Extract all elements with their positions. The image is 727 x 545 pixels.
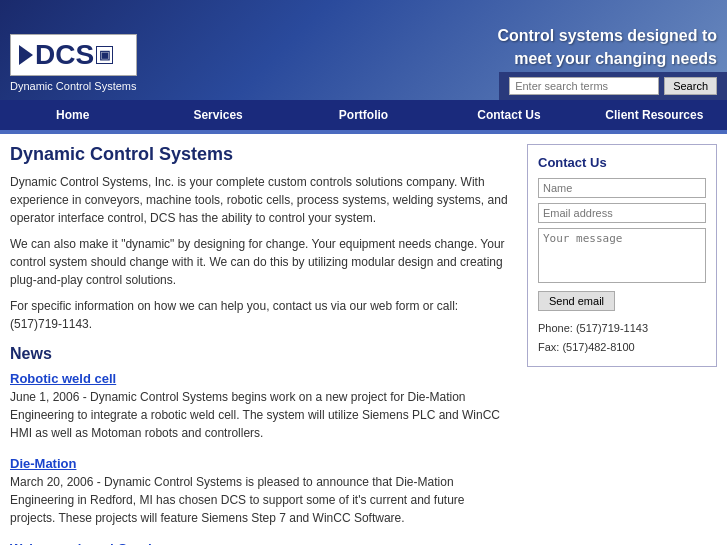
nav-item-services[interactable]: Services [145, 100, 290, 130]
send-email-button[interactable]: Send email [538, 291, 615, 311]
intro-para-2: We can also make it "dynamic" by designi… [10, 235, 512, 289]
news-text-2: March 20, 2006 - Dynamic Control Systems… [10, 473, 512, 527]
header: DCS ▣ Dynamic Control Systems Control sy… [0, 0, 727, 100]
fax-label: Fax: (517)482-8100 [538, 338, 706, 357]
nav-item-client-resources[interactable]: Client Resources [582, 100, 727, 130]
news-link-3[interactable]: Welcome aboard Greg! [10, 541, 512, 545]
logo-arrow-icon [19, 45, 33, 65]
content: Dynamic Control Systems Dynamic Control … [10, 144, 512, 545]
news-item-3: Welcome aboard Greg! November 28, 2005 -… [10, 541, 512, 545]
nav: Home Services Portfolio Contact Us Clien… [0, 100, 727, 130]
contact-phone: Phone: (517)719-1143 Fax: (517)482-8100 [538, 319, 706, 356]
contact-email-input[interactable] [538, 203, 706, 223]
tagline-line1: Control systems designed to [497, 27, 717, 44]
tagline-line2: meet your changing needs [514, 50, 717, 67]
contact-name-input[interactable] [538, 178, 706, 198]
search-input[interactable] [509, 77, 659, 95]
news-link-1[interactable]: Robotic weld cell [10, 371, 512, 386]
news-link-2[interactable]: Die-Mation [10, 456, 512, 471]
news-item-1: Robotic weld cell June 1, 2006 - Dynamic… [10, 371, 512, 442]
nav-item-contact[interactable]: Contact Us [436, 100, 581, 130]
logo-dcs-text: DCS [35, 39, 94, 71]
contact-heading: Contact Us [538, 155, 706, 170]
main: Dynamic Control Systems Dynamic Control … [0, 134, 727, 545]
news-text-1: June 1, 2006 - Dynamic Control Systems b… [10, 388, 512, 442]
page-title: Dynamic Control Systems [10, 144, 512, 165]
logo-box: DCS ▣ [10, 34, 137, 76]
phone-label: Phone: (517)719-1143 [538, 319, 706, 338]
logo-subtitle: Dynamic Control Systems [10, 80, 137, 92]
intro-para-3: For specific information on how we can h… [10, 297, 512, 333]
search-button[interactable]: Search [664, 77, 717, 95]
logo-icon: ▣ [96, 46, 113, 64]
news-item-2: Die-Mation March 20, 2006 - Dynamic Cont… [10, 456, 512, 527]
nav-item-portfolio[interactable]: Portfolio [291, 100, 436, 130]
nav-item-home[interactable]: Home [0, 100, 145, 130]
news-heading: News [10, 345, 512, 363]
intro-para-1: Dynamic Control Systems, Inc. is your co… [10, 173, 512, 227]
logo: DCS ▣ [19, 39, 113, 71]
sidebar: Contact Us Send email Phone: (517)719-11… [527, 144, 717, 545]
search-bar: Search [499, 72, 727, 100]
contact-box: Contact Us Send email Phone: (517)719-11… [527, 144, 717, 367]
contact-message-input[interactable] [538, 228, 706, 283]
logo-area: DCS ▣ Dynamic Control Systems [0, 24, 147, 100]
